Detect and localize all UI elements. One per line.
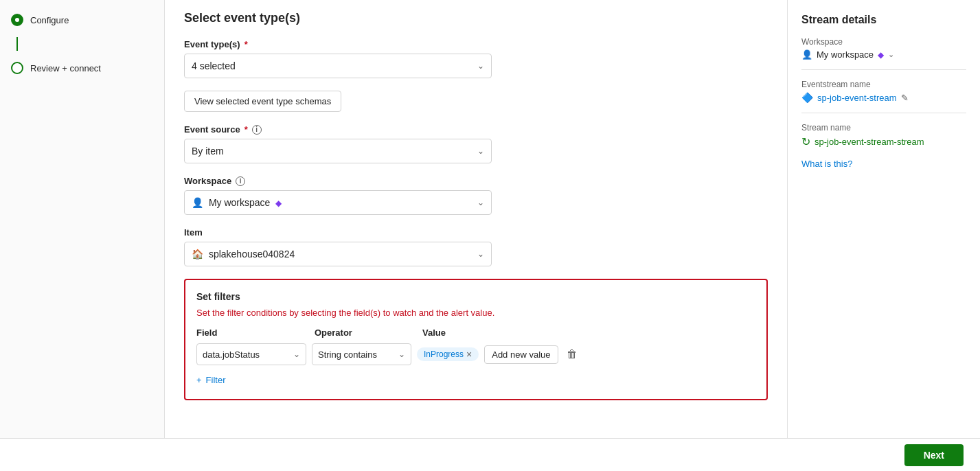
step-circle-configure <box>11 14 23 26</box>
sidebar: Configure Review + connect <box>0 0 165 471</box>
field-value: data.jobStatus <box>203 349 260 360</box>
add-filter-button[interactable]: + Filter <box>196 372 225 388</box>
item-label: Item <box>184 227 768 238</box>
col-header-field: Field <box>196 328 306 338</box>
chevron-workspace-panel-icon[interactable]: ⌄ <box>888 50 894 59</box>
main-area: Select event type(s) Event type(s) * 4 s… <box>165 0 980 471</box>
bottom-bar: Next <box>0 438 980 471</box>
item-dropdown-content: 🏠 splakehouse040824 <box>192 249 295 260</box>
required-marker: * <box>244 39 248 49</box>
filters-title: Set filters <box>196 291 755 302</box>
value-tag: InProgress × <box>417 347 479 361</box>
info-icon-event-source[interactable]: i <box>252 125 262 135</box>
step-label-configure: Configure <box>30 15 69 25</box>
step-circle-inner <box>15 18 19 22</box>
chevron-down-icon-4: ⌄ <box>477 249 484 259</box>
event-source-dropdown[interactable]: By item ⌄ <box>184 139 492 163</box>
chevron-down-icon-3: ⌄ <box>477 198 484 207</box>
panel-workspace-value: 👤 My workspace ◆ ⌄ <box>801 49 966 60</box>
sidebar-item-review[interactable]: Review + connect <box>11 62 153 74</box>
col-header-value: Value <box>422 328 560 338</box>
filter-row: data.jobStatus ⌄ String contains ⌄ InPro… <box>196 343 755 365</box>
event-types-value: 4 selected <box>192 60 236 71</box>
edit-icon[interactable]: ✎ <box>901 93 909 103</box>
step-label-review: Review + connect <box>30 63 101 73</box>
step-connector <box>16 37 18 51</box>
tag-text: InProgress <box>424 349 464 359</box>
filters-description: Set the filter conditions by selecting t… <box>196 308 755 318</box>
sidebar-item-configure[interactable]: Configure <box>11 14 153 26</box>
workspace-group: Workspace i 👤 My workspace ◆ ⌄ <box>184 176 768 215</box>
person-icon-panel: 👤 <box>801 49 812 60</box>
right-panel: Stream details Workspace 👤 My workspace … <box>788 0 980 471</box>
section-title: Select event type(s) <box>184 11 768 25</box>
lakehouse-icon: 🏠 <box>192 249 203 260</box>
workspace-dropdown-content: 👤 My workspace ◆ <box>192 197 282 208</box>
workspace-dropdown[interactable]: 👤 My workspace ◆ ⌄ <box>184 190 492 215</box>
event-source-value: By item <box>192 146 224 157</box>
item-dropdown[interactable]: 🏠 splakehouse040824 ⌄ <box>184 242 492 266</box>
content-area: Select event type(s) Event type(s) * 4 s… <box>165 0 788 471</box>
required-marker-2: * <box>244 124 248 135</box>
filters-box: Set filters Set the filter conditions by… <box>184 279 768 400</box>
tag-close-icon[interactable]: × <box>466 349 472 359</box>
info-icon-workspace[interactable]: i <box>236 176 245 186</box>
workspace-label: Workspace i <box>184 176 768 186</box>
plus-icon: + <box>196 375 202 385</box>
chevron-operator-icon: ⌄ <box>398 349 405 359</box>
stream-icon: ↻ <box>801 135 810 148</box>
panel-divider-2 <box>801 113 966 113</box>
trash-icon: 🗑 <box>567 348 578 360</box>
event-types-group: Event type(s) * 4 selected ⌄ <box>184 39 768 78</box>
operator-value: String contains <box>318 349 377 360</box>
event-source-label: Event source * i <box>184 124 768 135</box>
what-is-this-link[interactable]: What is this? <box>801 159 852 169</box>
event-types-label: Event type(s) * <box>184 39 768 49</box>
add-filter-label: Filter <box>206 375 226 385</box>
step-circle-review <box>11 62 23 74</box>
eventstream-icon: 🔷 <box>801 92 813 103</box>
add-value-button[interactable]: Add new value <box>484 345 558 364</box>
filter-headers: Field Operator Value <box>196 328 755 338</box>
diamond-icon: ◆ <box>275 198 282 208</box>
chevron-down-icon: ⌄ <box>477 61 484 71</box>
next-button[interactable]: Next <box>904 444 964 466</box>
delete-filter-button[interactable]: 🗑 <box>564 345 580 363</box>
panel-stream-value: ↻ sp-job-event-stream-stream <box>801 135 966 148</box>
diamond-icon-panel: ◆ <box>878 50 884 60</box>
chevron-field-icon: ⌄ <box>293 349 300 359</box>
panel-divider-1 <box>801 69 966 70</box>
panel-workspace-label: Workspace <box>801 37 966 47</box>
field-dropdown[interactable]: data.jobStatus ⌄ <box>196 343 306 365</box>
event-types-dropdown[interactable]: 4 selected ⌄ <box>184 54 492 78</box>
chevron-down-icon-2: ⌄ <box>477 146 484 156</box>
panel-eventstream-value: 🔷 sp-job-event-stream ✎ <box>801 92 966 103</box>
operator-dropdown[interactable]: String contains ⌄ <box>312 343 411 365</box>
col-header-operator: Operator <box>315 328 414 338</box>
person-icon: 👤 <box>192 197 203 208</box>
panel-stream-label: Stream name <box>801 123 966 133</box>
item-group: Item 🏠 splakehouse040824 ⌄ <box>184 227 768 266</box>
view-schemas-button[interactable]: View selected event type schemas <box>184 91 341 112</box>
panel-title: Stream details <box>801 14 966 26</box>
event-source-group: Event source * i By item ⌄ <box>184 124 768 163</box>
panel-eventstream-label: Eventstream name <box>801 80 966 89</box>
